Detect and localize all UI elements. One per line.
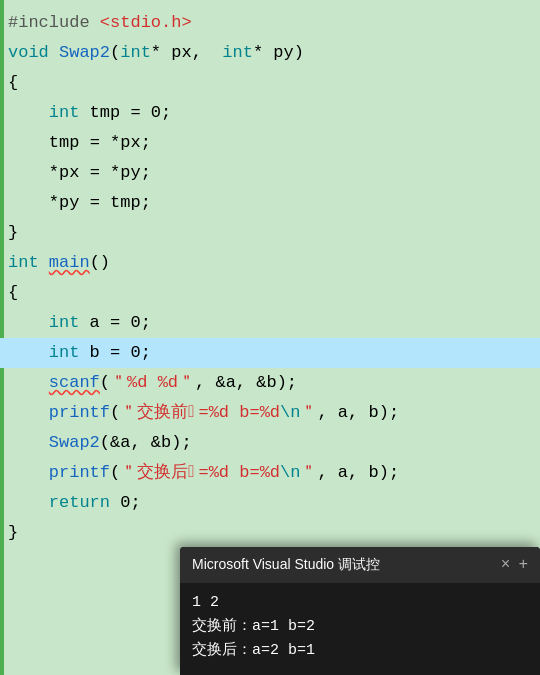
code-text-3: { [0, 69, 18, 97]
terminal-body: 1 2 交换前：a=1 b=2 交换后：a=2 b=1 [180, 583, 540, 675]
code-text-10: { [0, 279, 18, 307]
code-text-1: #include <stdio.h> [0, 9, 192, 37]
code-line-4: int tmp = 0; [0, 98, 540, 128]
code-editor: #include <stdio.h> void Swap2(int* px, i… [0, 0, 540, 675]
code-line-14: printf(＂交换前󿆪=%d b=%d\n＂, a, b); [0, 398, 540, 428]
code-text-8: } [0, 219, 18, 247]
terminal-output-line-3: 交换后：a=2 b=1 [192, 639, 528, 663]
terminal-close-button[interactable]: × [501, 557, 511, 573]
code-text-2: void Swap2(int* px, int* py) [0, 39, 304, 67]
code-text-9: int main() [0, 249, 110, 277]
code-text-14: printf(＂交换前󿆪=%d b=%d\n＂, a, b); [0, 399, 399, 427]
code-text-13: scanf(＂%d %d＂, &a, &b); [0, 369, 297, 397]
code-line-5: tmp = *px; [0, 128, 540, 158]
code-line-10: { [0, 278, 540, 308]
code-line-1: #include <stdio.h> [0, 8, 540, 38]
code-text-11: int a = 0; [0, 309, 151, 337]
code-text-17: return 0; [0, 489, 141, 517]
code-text-12: int b = 0; [0, 339, 151, 367]
code-line-17: return 0; [0, 488, 540, 518]
code-line-12: int b = 0; [0, 338, 540, 368]
code-line-18: } [0, 518, 540, 548]
terminal-plus-button[interactable]: + [518, 557, 528, 573]
terminal-controls: × + [501, 557, 528, 573]
code-line-13: scanf(＂%d %d＂, &a, &b); [0, 368, 540, 398]
terminal-titlebar: Microsoft Visual Studio 调试控 × + [180, 547, 540, 583]
code-line-7: *py = tmp; [0, 188, 540, 218]
code-line-15: Swap2(&a, &b); [0, 428, 540, 458]
code-text-6: *px = *py; [0, 159, 151, 187]
code-text-18: } [0, 519, 18, 547]
code-text-15: Swap2(&a, &b); [0, 429, 192, 457]
terminal-popup: Microsoft Visual Studio 调试控 × + 1 2 交换前：… [180, 547, 540, 675]
terminal-title: Microsoft Visual Studio 调试控 [192, 556, 380, 574]
terminal-output-line-2: 交换前：a=1 b=2 [192, 615, 528, 639]
code-line-6: *px = *py; [0, 158, 540, 188]
code-line-8: } [0, 218, 540, 248]
code-line-9: int main() [0, 248, 540, 278]
code-text-7: *py = tmp; [0, 189, 151, 217]
code-text-4: int tmp = 0; [0, 99, 171, 127]
code-line-2: void Swap2(int* px, int* py) [0, 38, 540, 68]
terminal-output-line-1: 1 2 [192, 591, 528, 615]
code-text-16: printf(＂交换后󿆪=%d b=%d\n＂, a, b); [0, 459, 399, 487]
code-text-5: tmp = *px; [0, 129, 151, 157]
code-line-16: printf(＂交换后󿆪=%d b=%d\n＂, a, b); [0, 458, 540, 488]
code-line-3: { [0, 68, 540, 98]
code-line-11: int a = 0; [0, 308, 540, 338]
